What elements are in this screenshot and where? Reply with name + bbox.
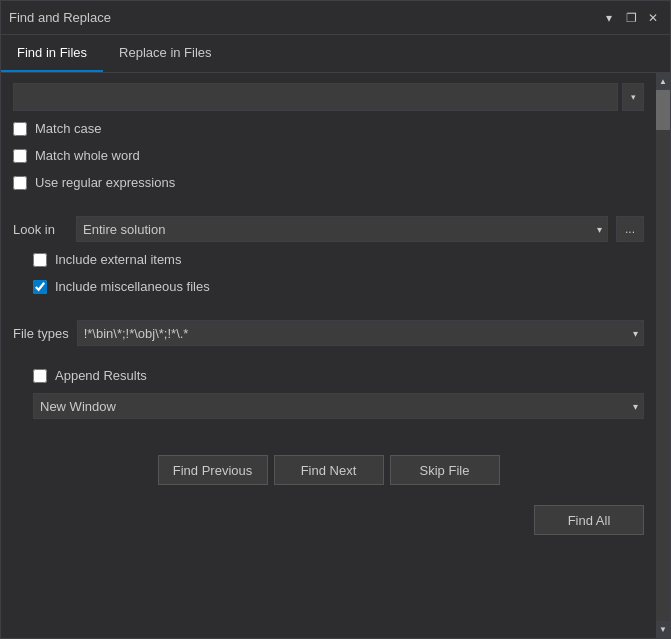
- file-types-label: File types: [13, 326, 69, 341]
- match-case-checkbox[interactable]: [13, 122, 27, 136]
- scrollbar-down-button[interactable]: ▼: [656, 621, 670, 638]
- match-whole-word-label[interactable]: Match whole word: [35, 148, 140, 163]
- content-area: ▾ Match case Match whole word Use regula…: [1, 73, 670, 638]
- restore-button[interactable]: ❐: [622, 9, 640, 27]
- include-misc-checkbox[interactable]: [33, 280, 47, 294]
- append-results-checkbox[interactable]: [33, 369, 47, 383]
- match-whole-word-row: Match whole word: [13, 146, 644, 165]
- search-input[interactable]: [13, 83, 618, 111]
- gap4: [13, 427, 644, 431]
- find-previous-button[interactable]: Find Previous: [158, 455, 268, 485]
- title-bar-controls: ▾ ❐ ✕: [600, 9, 662, 27]
- output-input[interactable]: [33, 393, 644, 419]
- look-in-select[interactable]: Entire solution Current Project Current …: [76, 216, 608, 242]
- include-external-row: Include external items: [13, 250, 644, 269]
- match-case-row: Match case: [13, 119, 644, 138]
- include-misc-label[interactable]: Include miscellaneous files: [55, 279, 210, 294]
- append-results-row: Append Results: [13, 366, 644, 385]
- window-title: Find and Replace: [9, 10, 111, 25]
- pin-button[interactable]: ▾: [600, 9, 618, 27]
- search-dropdown-button[interactable]: ▾: [622, 83, 644, 111]
- find-next-button[interactable]: Find Next: [274, 455, 384, 485]
- output-select-wrapper: [33, 393, 644, 419]
- scrollbar-thumb[interactable]: [656, 90, 670, 130]
- search-input-row: ▾: [13, 83, 644, 111]
- scrollbar-track: [656, 90, 670, 621]
- look-in-browse-button[interactable]: ...: [616, 216, 644, 242]
- look-in-label: Look in: [13, 222, 68, 237]
- tab-find-in-files[interactable]: Find in Files: [1, 35, 103, 72]
- gap1: [13, 200, 644, 204]
- file-types-input[interactable]: [77, 320, 644, 346]
- gap2: [13, 304, 644, 308]
- match-case-label[interactable]: Match case: [35, 121, 101, 136]
- file-types-row: File types: [13, 320, 644, 346]
- tab-replace-in-files[interactable]: Replace in Files: [103, 35, 228, 72]
- use-regex-label[interactable]: Use regular expressions: [35, 175, 175, 190]
- find-all-button[interactable]: Find All: [534, 505, 644, 535]
- skip-file-button[interactable]: Skip File: [390, 455, 500, 485]
- find-all-row: Find All: [13, 501, 644, 543]
- look-in-select-wrapper: Entire solution Current Project Current …: [76, 216, 608, 242]
- close-button[interactable]: ✕: [644, 9, 662, 27]
- use-regex-checkbox[interactable]: [13, 176, 27, 190]
- include-external-label[interactable]: Include external items: [55, 252, 181, 267]
- gap3: [13, 354, 644, 358]
- use-regex-row: Use regular expressions: [13, 173, 644, 192]
- file-types-select-wrapper: [77, 320, 644, 346]
- look-in-row: Look in Entire solution Current Project …: [13, 216, 644, 242]
- output-row: [13, 393, 644, 419]
- main-area: ▾ Match case Match whole word Use regula…: [1, 73, 656, 638]
- action-buttons-row: Find Previous Find Next Skip File: [13, 447, 644, 493]
- scrollbar: ▲ ▼: [656, 73, 670, 638]
- append-results-label[interactable]: Append Results: [55, 368, 147, 383]
- tabs-bar: Find in Files Replace in Files: [1, 35, 670, 73]
- scrollbar-up-button[interactable]: ▲: [656, 73, 670, 90]
- find-and-replace-window: Find and Replace ▾ ❐ ✕ Find in Files Rep…: [0, 0, 671, 639]
- include-external-checkbox[interactable]: [33, 253, 47, 267]
- title-bar: Find and Replace ▾ ❐ ✕: [1, 1, 670, 35]
- match-whole-word-checkbox[interactable]: [13, 149, 27, 163]
- include-misc-row: Include miscellaneous files: [13, 277, 644, 296]
- title-bar-left: Find and Replace: [9, 10, 111, 25]
